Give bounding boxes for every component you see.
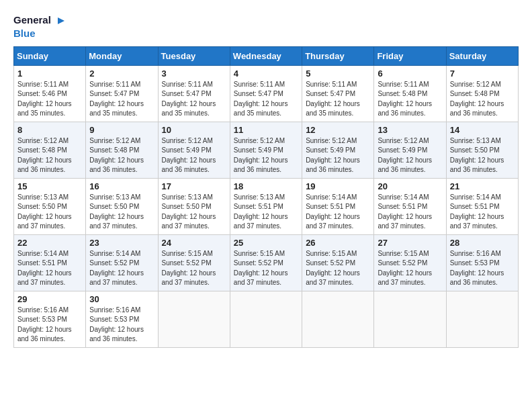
day-info: Sunrise: 5:11 AMSunset: 5:47 PMDaylight:… bbox=[162, 80, 226, 119]
day-info: Sunrise: 5:14 AMSunset: 5:51 PMDaylight:… bbox=[378, 193, 442, 232]
calendar-cell: 8Sunrise: 5:12 AMSunset: 5:48 PMDaylight… bbox=[14, 122, 86, 178]
day-info: Sunrise: 5:12 AMSunset: 5:48 PMDaylight:… bbox=[450, 80, 515, 119]
day-info: Sunrise: 5:12 AMSunset: 5:49 PMDaylight:… bbox=[378, 136, 442, 175]
day-number: 8 bbox=[17, 125, 82, 135]
day-number: 23 bbox=[89, 238, 154, 248]
logo-blue: Blue bbox=[13, 28, 36, 39]
day-number: 30 bbox=[89, 294, 154, 304]
calendar-cell: 3Sunrise: 5:11 AMSunset: 5:47 PMDaylight… bbox=[158, 65, 230, 122]
day-number: 1 bbox=[17, 68, 82, 79]
day-header-thursday: Thursday bbox=[302, 46, 374, 65]
day-number: 11 bbox=[234, 125, 298, 135]
day-header-friday: Friday bbox=[374, 46, 446, 65]
day-number: 22 bbox=[17, 238, 82, 248]
day-number: 7 bbox=[450, 68, 515, 79]
day-info: Sunrise: 5:11 AMSunset: 5:47 PMDaylight:… bbox=[89, 80, 154, 119]
calendar-cell: 22Sunrise: 5:14 AMSunset: 5:51 PMDayligh… bbox=[14, 234, 86, 291]
calendar-cell bbox=[302, 291, 374, 347]
calendar-cell: 16Sunrise: 5:13 AMSunset: 5:50 PMDayligh… bbox=[86, 178, 158, 234]
day-info: Sunrise: 5:16 AMSunset: 5:53 PMDaylight:… bbox=[450, 249, 515, 288]
svg-marker-0 bbox=[58, 17, 64, 24]
day-number: 3 bbox=[162, 68, 226, 79]
calendar-cell: 28Sunrise: 5:16 AMSunset: 5:53 PMDayligh… bbox=[446, 234, 518, 291]
day-header-monday: Monday bbox=[86, 46, 158, 65]
day-number: 25 bbox=[234, 238, 298, 248]
calendar-cell: 5Sunrise: 5:11 AMSunset: 5:47 PMDaylight… bbox=[302, 65, 374, 122]
day-info: Sunrise: 5:15 AMSunset: 5:52 PMDaylight:… bbox=[306, 249, 370, 288]
day-number: 9 bbox=[89, 125, 154, 135]
calendar-cell: 27Sunrise: 5:15 AMSunset: 5:52 PMDayligh… bbox=[374, 234, 446, 291]
day-number: 17 bbox=[162, 181, 226, 191]
day-number: 6 bbox=[378, 68, 442, 79]
day-number: 20 bbox=[378, 181, 442, 191]
day-number: 27 bbox=[378, 238, 442, 248]
day-number: 14 bbox=[450, 125, 515, 135]
day-info: Sunrise: 5:12 AMSunset: 5:49 PMDaylight:… bbox=[306, 136, 370, 175]
day-info: Sunrise: 5:11 AMSunset: 5:47 PMDaylight:… bbox=[234, 80, 298, 119]
day-number: 18 bbox=[234, 181, 298, 191]
day-number: 28 bbox=[450, 238, 515, 248]
day-info: Sunrise: 5:15 AMSunset: 5:52 PMDaylight:… bbox=[378, 249, 442, 288]
logo-general: General bbox=[13, 14, 51, 26]
calendar-cell: 12Sunrise: 5:12 AMSunset: 5:49 PMDayligh… bbox=[302, 122, 374, 178]
calendar-cell: 6Sunrise: 5:11 AMSunset: 5:48 PMDaylight… bbox=[374, 65, 446, 122]
calendar-cell: 14Sunrise: 5:13 AMSunset: 5:50 PMDayligh… bbox=[446, 122, 518, 178]
day-info: Sunrise: 5:12 AMSunset: 5:48 PMDaylight:… bbox=[17, 136, 82, 175]
day-info: Sunrise: 5:13 AMSunset: 5:50 PMDaylight:… bbox=[17, 193, 82, 232]
day-number: 15 bbox=[17, 181, 82, 191]
logo: General Blue bbox=[13, 13, 67, 40]
day-number: 16 bbox=[89, 181, 154, 191]
calendar-cell: 13Sunrise: 5:12 AMSunset: 5:49 PMDayligh… bbox=[374, 122, 446, 178]
logo-display: General Blue bbox=[13, 13, 67, 40]
day-number: 12 bbox=[306, 125, 370, 135]
day-info: Sunrise: 5:13 AMSunset: 5:50 PMDaylight:… bbox=[162, 193, 226, 232]
calendar-cell: 17Sunrise: 5:13 AMSunset: 5:50 PMDayligh… bbox=[158, 178, 230, 234]
calendar-cell: 11Sunrise: 5:12 AMSunset: 5:49 PMDayligh… bbox=[230, 122, 302, 178]
day-info: Sunrise: 5:13 AMSunset: 5:50 PMDaylight:… bbox=[89, 193, 154, 232]
calendar-cell bbox=[446, 291, 518, 347]
day-info: Sunrise: 5:12 AMSunset: 5:48 PMDaylight:… bbox=[89, 136, 154, 175]
calendar-cell: 1Sunrise: 5:11 AMSunset: 5:46 PMDaylight… bbox=[14, 65, 86, 122]
day-number: 21 bbox=[450, 181, 515, 191]
header: General Blue bbox=[13, 13, 519, 40]
calendar-cell bbox=[374, 291, 446, 347]
calendar-table: SundayMondayTuesdayWednesdayThursdayFrid… bbox=[13, 46, 519, 348]
calendar-cell bbox=[158, 291, 230, 347]
day-info: Sunrise: 5:16 AMSunset: 5:53 PMDaylight:… bbox=[89, 306, 154, 345]
calendar-cell: 23Sunrise: 5:14 AMSunset: 5:52 PMDayligh… bbox=[86, 234, 158, 291]
day-number: 19 bbox=[306, 181, 370, 191]
calendar-cell: 29Sunrise: 5:16 AMSunset: 5:53 PMDayligh… bbox=[14, 291, 86, 347]
day-number: 2 bbox=[89, 68, 154, 79]
day-info: Sunrise: 5:15 AMSunset: 5:52 PMDaylight:… bbox=[162, 249, 226, 288]
calendar-cell: 7Sunrise: 5:12 AMSunset: 5:48 PMDaylight… bbox=[446, 65, 518, 122]
day-number: 29 bbox=[17, 294, 82, 304]
day-info: Sunrise: 5:14 AMSunset: 5:51 PMDaylight:… bbox=[17, 249, 82, 288]
day-info: Sunrise: 5:12 AMSunset: 5:49 PMDaylight:… bbox=[162, 136, 226, 175]
day-header-saturday: Saturday bbox=[446, 46, 518, 65]
day-info: Sunrise: 5:16 AMSunset: 5:53 PMDaylight:… bbox=[17, 306, 82, 345]
calendar-header-row: SundayMondayTuesdayWednesdayThursdayFrid… bbox=[14, 46, 519, 65]
calendar-cell: 21Sunrise: 5:14 AMSunset: 5:51 PMDayligh… bbox=[446, 178, 518, 234]
calendar-cell: 24Sunrise: 5:15 AMSunset: 5:52 PMDayligh… bbox=[158, 234, 230, 291]
day-info: Sunrise: 5:13 AMSunset: 5:50 PMDaylight:… bbox=[450, 136, 515, 175]
day-info: Sunrise: 5:11 AMSunset: 5:48 PMDaylight:… bbox=[378, 80, 442, 119]
calendar-cell: 10Sunrise: 5:12 AMSunset: 5:49 PMDayligh… bbox=[158, 122, 230, 178]
day-number: 4 bbox=[234, 68, 298, 79]
calendar-cell bbox=[230, 291, 302, 347]
day-header-wednesday: Wednesday bbox=[230, 46, 302, 65]
day-number: 5 bbox=[306, 68, 370, 79]
logo-arrow-icon bbox=[55, 15, 67, 27]
day-info: Sunrise: 5:14 AMSunset: 5:52 PMDaylight:… bbox=[89, 249, 154, 288]
calendar-cell: 18Sunrise: 5:13 AMSunset: 5:51 PMDayligh… bbox=[230, 178, 302, 234]
day-info: Sunrise: 5:13 AMSunset: 5:51 PMDaylight:… bbox=[234, 193, 298, 232]
day-info: Sunrise: 5:11 AMSunset: 5:46 PMDaylight:… bbox=[17, 80, 82, 119]
day-number: 10 bbox=[162, 125, 226, 135]
calendar-cell: 9Sunrise: 5:12 AMSunset: 5:48 PMDaylight… bbox=[86, 122, 158, 178]
calendar-cell: 25Sunrise: 5:15 AMSunset: 5:52 PMDayligh… bbox=[230, 234, 302, 291]
calendar-cell: 19Sunrise: 5:14 AMSunset: 5:51 PMDayligh… bbox=[302, 178, 374, 234]
calendar-cell: 30Sunrise: 5:16 AMSunset: 5:53 PMDayligh… bbox=[86, 291, 158, 347]
day-info: Sunrise: 5:15 AMSunset: 5:52 PMDaylight:… bbox=[234, 249, 298, 288]
day-info: Sunrise: 5:12 AMSunset: 5:49 PMDaylight:… bbox=[234, 136, 298, 175]
day-info: Sunrise: 5:14 AMSunset: 5:51 PMDaylight:… bbox=[450, 193, 515, 232]
calendar-cell: 2Sunrise: 5:11 AMSunset: 5:47 PMDaylight… bbox=[86, 65, 158, 122]
